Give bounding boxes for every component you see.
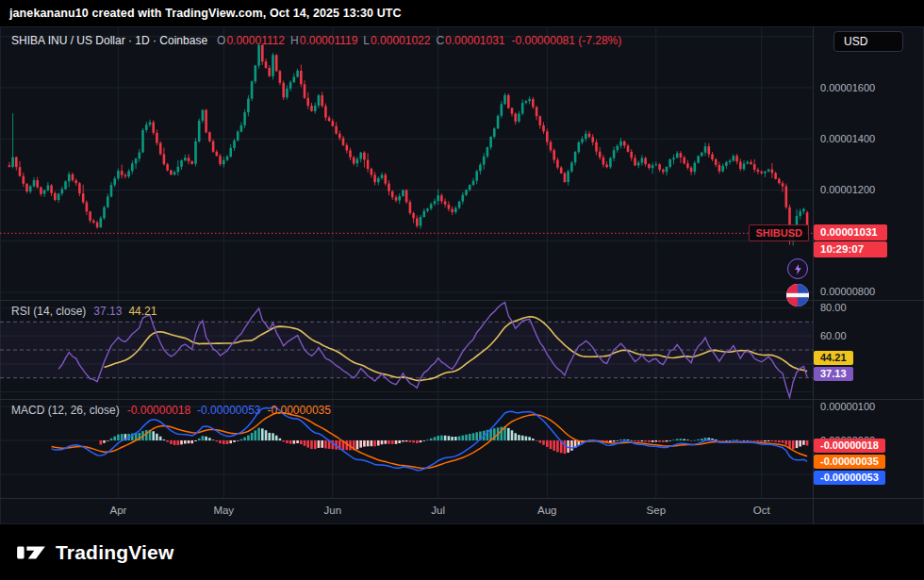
attribution-text: janekananu10 created with TradingView.co… xyxy=(9,7,402,20)
rsi-axis-label: 60.00 xyxy=(820,330,847,341)
time-axis-month-label: Sep xyxy=(640,505,672,516)
time-axis-month-label: Jul xyxy=(422,505,454,516)
time-axis-month-label: Oct xyxy=(746,505,778,516)
last-price-badge: 0.00001031 xyxy=(814,224,887,240)
rsi-axis-label: 80.00 xyxy=(820,302,847,313)
time-axis-month-label: Apr xyxy=(102,505,134,516)
time-axis-month-label: Aug xyxy=(531,505,563,516)
close-value: 0.00001031 xyxy=(445,34,504,47)
macd-line-value: -0.00000053 xyxy=(197,404,260,417)
macd-legend[interactable]: MACD (12, 26, close)-0.00000018-0.000000… xyxy=(11,404,331,417)
high-value: 0.00001119 xyxy=(300,34,358,47)
price-axis-label: 0.00001200 xyxy=(820,184,875,195)
symbol-price-label: SHIBUSD xyxy=(749,224,809,241)
screenshot-root: janekananu10 created with TradingView.co… xyxy=(0,0,924,580)
rsi-value: 37.13 xyxy=(93,305,122,318)
footer-bar: TradingView xyxy=(0,524,924,580)
macd-signal-value-badge: -0.00000035 xyxy=(814,455,885,469)
symbol-title: SHIBA INU / US Dollar · 1D · Coinbase xyxy=(11,34,207,47)
lightning-glyph xyxy=(792,263,804,275)
pane-separator[interactable] xyxy=(0,498,924,499)
price-axis-label: 0.00001400 xyxy=(820,133,875,144)
symbol-legend[interactable]: SHIBA INU / US Dollar · 1D · CoinbaseO0.… xyxy=(11,34,621,47)
rsi-title: RSI (14, close) xyxy=(11,305,86,318)
high-label: H xyxy=(290,34,299,47)
tradingview-brand-text: TradingView xyxy=(56,541,174,564)
rsi-value-badge: 37.13 xyxy=(814,367,853,381)
price-chart-canvas[interactable] xyxy=(0,26,813,300)
macd-title: MACD (12, 26, close) xyxy=(11,404,120,417)
macd-hist-value: -0.00000018 xyxy=(127,404,190,417)
time-axis-month-label: Jun xyxy=(317,505,349,516)
lightning-icon[interactable] xyxy=(787,258,808,279)
time-axis-month-label: May xyxy=(207,505,239,516)
macd-axis-label: 0.00000100 xyxy=(820,401,875,412)
pane-separator[interactable] xyxy=(0,399,924,400)
flag-glyph xyxy=(785,283,810,307)
rsi-legend[interactable]: RSI (14, close)37.1344.21 xyxy=(11,305,157,318)
change-value: -0.00000081 (-7.28%) xyxy=(512,34,622,47)
tradingview-logo[interactable] xyxy=(15,540,47,565)
open-label: O xyxy=(217,34,225,47)
tradingview-logo-mark xyxy=(15,540,47,565)
low-label: L xyxy=(363,34,370,47)
currency-selector-button[interactable]: USD xyxy=(833,31,903,52)
rsi-ma-value-badge: 44.21 xyxy=(814,351,853,365)
open-value: 0.00001112 xyxy=(226,34,285,47)
attribution-bar: janekananu10 created with TradingView.co… xyxy=(0,0,924,26)
chart-area: SHIBA INU / US Dollar · 1D · CoinbaseO0.… xyxy=(0,26,924,524)
rsi-ma-value: 44.21 xyxy=(128,305,157,318)
countdown-badge: 10:29:07 xyxy=(814,241,887,257)
price-axis-label: 0.00000800 xyxy=(820,286,875,297)
macd-signal-value: -0.00000035 xyxy=(268,404,331,417)
macd-hist-value-badge: -0.00000018 xyxy=(814,439,885,453)
low-value: 0.00001022 xyxy=(371,34,430,47)
macd-line-value-badge: -0.00000053 xyxy=(814,471,885,485)
close-label: C xyxy=(436,34,444,47)
flag-icon[interactable] xyxy=(785,283,810,307)
price-axis-label: 0.00001600 xyxy=(820,82,875,93)
